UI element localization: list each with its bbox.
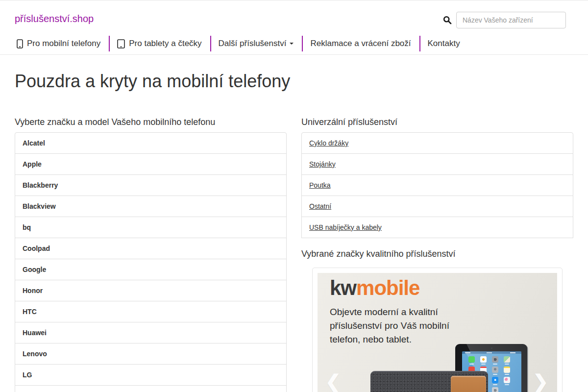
menu-item-tablets[interactable]: Pro tablety a čtečky xyxy=(109,36,210,51)
main-content: Pouzdra a kryty na mobilní telefony Vybe… xyxy=(15,71,573,392)
search-icon[interactable] xyxy=(443,16,452,24)
universal-link[interactable]: Stojánky xyxy=(309,160,336,168)
brand-label: bq xyxy=(23,223,31,231)
brand-label: Blackview xyxy=(23,202,56,210)
brand-list: Alcatel Apple Blackberry Blackview bq Co… xyxy=(15,132,287,392)
brand-label: Alcatel xyxy=(23,139,45,147)
app-icon xyxy=(492,367,498,373)
brand-label: Blackberry xyxy=(23,181,58,189)
brand-list-item[interactable]: Lenovo xyxy=(15,343,287,365)
app-icon xyxy=(480,356,487,363)
app-icon xyxy=(492,387,498,392)
app-icon xyxy=(504,387,510,392)
brand-list-item[interactable]: Honor xyxy=(15,280,287,301)
search-input[interactable] xyxy=(456,12,566,28)
universal-list-item[interactable]: USB nabíječky a kabely xyxy=(301,217,573,238)
universal-link[interactable]: Cyklo držáky xyxy=(309,139,348,147)
universal-list-item[interactable]: Cyklo držáky xyxy=(301,132,573,154)
brands-column: Vyberte značku a model Vašeho mobilního … xyxy=(15,106,287,392)
brand-list-item[interactable]: HTC xyxy=(15,301,287,322)
tablet-statusbar xyxy=(462,351,521,354)
app-icon xyxy=(504,377,510,383)
universal-list: Cyklo držáky Stojánky Poutka Ostatní USB… xyxy=(301,132,573,238)
universal-list-item[interactable]: Poutka xyxy=(301,174,573,196)
header: příslušenství.shop Pro mobilní telefony xyxy=(0,0,588,55)
carousel-prev-button[interactable]: ❮ xyxy=(325,372,341,391)
universal-list-item[interactable]: Stojánky xyxy=(301,153,573,175)
menu-item-label: Pro tablety a čtečky xyxy=(129,39,201,49)
brand-list-item[interactable]: Google xyxy=(15,259,287,280)
brand-label: HTC xyxy=(23,308,37,316)
brand-label: Honor xyxy=(23,287,43,294)
kwmobile-logo: kwmobile xyxy=(330,277,466,299)
brand-label: LG xyxy=(23,371,32,379)
app-icon xyxy=(492,377,498,383)
app-icon xyxy=(504,367,510,373)
kwmobile-logo-kw: kw xyxy=(330,276,356,299)
site-logo[interactable]: příslušenství.shop xyxy=(15,13,94,24)
brand-label: Apple xyxy=(23,160,42,168)
brand-label: Coolpad xyxy=(23,245,50,252)
app-icon xyxy=(492,356,498,363)
universal-column: Univerzální příslušenství Cyklo držáky S… xyxy=(301,106,573,392)
menu-item-label: Pro mobilní telefony xyxy=(27,39,100,49)
universal-heading: Univerzální příslušenství xyxy=(301,117,573,127)
brand-list-item[interactable]: LG xyxy=(15,364,287,386)
brand-list-item[interactable]: bq xyxy=(15,217,287,238)
brand-list-item[interactable]: Blackview xyxy=(15,196,287,217)
universal-list-item[interactable]: Ostatní xyxy=(301,196,573,217)
menu-item-contacts[interactable]: Kontakty xyxy=(419,36,468,51)
brand-list-item[interactable]: Apple xyxy=(15,153,287,175)
leather-strap-image xyxy=(451,376,486,392)
brand-carousel: kwmobile Objevte moderní a kvalitní přís… xyxy=(318,273,557,392)
brand-list-item[interactable]: Alcatel xyxy=(15,132,287,154)
brand-label: Google xyxy=(23,266,46,273)
brand-list-item[interactable]: Blackberry xyxy=(15,174,287,196)
universal-link[interactable]: USB nabíječky a kabely xyxy=(309,223,382,231)
brand-label: Huawei xyxy=(23,329,47,337)
brand-label: Lenovo xyxy=(23,350,47,358)
carousel-next-button[interactable]: ❯ xyxy=(533,372,548,391)
brand-list-item[interactable]: Huawei xyxy=(15,322,287,343)
menu-item-label: Reklamace a vrácení zboží xyxy=(310,39,411,49)
menu-item-label: Další příslušenství xyxy=(219,39,287,49)
tablet-camera-dot xyxy=(491,347,492,349)
featured-panel: kwmobile Objevte moderní a kvalitní přís… xyxy=(312,268,563,392)
brand-list-item[interactable]: Coolpad xyxy=(15,238,287,259)
brands-heading: Vyberte značku a model Vašeho mobilního … xyxy=(15,117,287,127)
main-menu: Pro mobilní telefony Pro tablety a čtečk… xyxy=(15,35,468,52)
universal-link[interactable]: Ostatní xyxy=(309,202,331,210)
universal-link[interactable]: Poutka xyxy=(309,181,331,189)
page-title: Pouzdra a kryty na mobilní telefony xyxy=(15,71,573,92)
app-icon xyxy=(504,356,510,363)
caret-down-icon xyxy=(290,43,294,45)
featured-heading: Vybrané značky kvalitního příslušenství xyxy=(301,249,573,259)
slide-text: kwmobile Objevte moderní a kvalitní přís… xyxy=(330,277,466,346)
app-icon xyxy=(468,356,475,363)
slide-caption: Objevte moderní a kvalitní příslušenství… xyxy=(330,305,466,346)
menu-item-label: Kontakty xyxy=(428,39,460,49)
carousel-slide-kwmobile[interactable]: kwmobile Objevte moderní a kvalitní přís… xyxy=(318,273,557,392)
menu-item-mobile-phones[interactable]: Pro mobilní telefony xyxy=(15,36,109,51)
tablet-icon xyxy=(117,39,125,49)
brand-list-item[interactable]: Microsoft xyxy=(15,385,287,392)
menu-item-claims-returns[interactable]: Reklamace a vrácení zboží xyxy=(302,36,419,51)
search-box xyxy=(443,12,566,28)
mobile-phone-icon xyxy=(17,39,23,49)
kwmobile-logo-mobile: mobile xyxy=(356,276,419,299)
menu-item-other-accessories[interactable]: Další příslušenství xyxy=(210,36,302,51)
